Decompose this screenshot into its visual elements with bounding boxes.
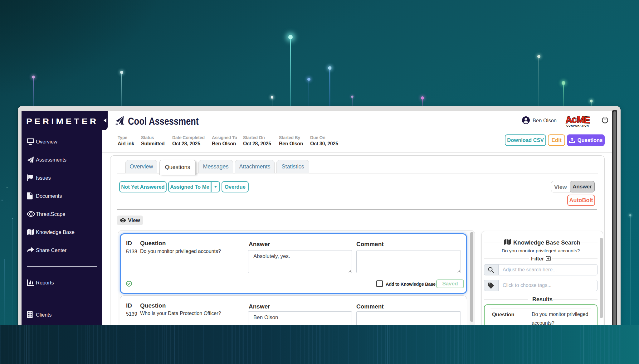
svg-text:CORPORATION: CORPORATION	[566, 124, 589, 127]
svg-text:Ac: Ac	[565, 114, 577, 125]
svg-text:ME: ME	[577, 114, 590, 125]
